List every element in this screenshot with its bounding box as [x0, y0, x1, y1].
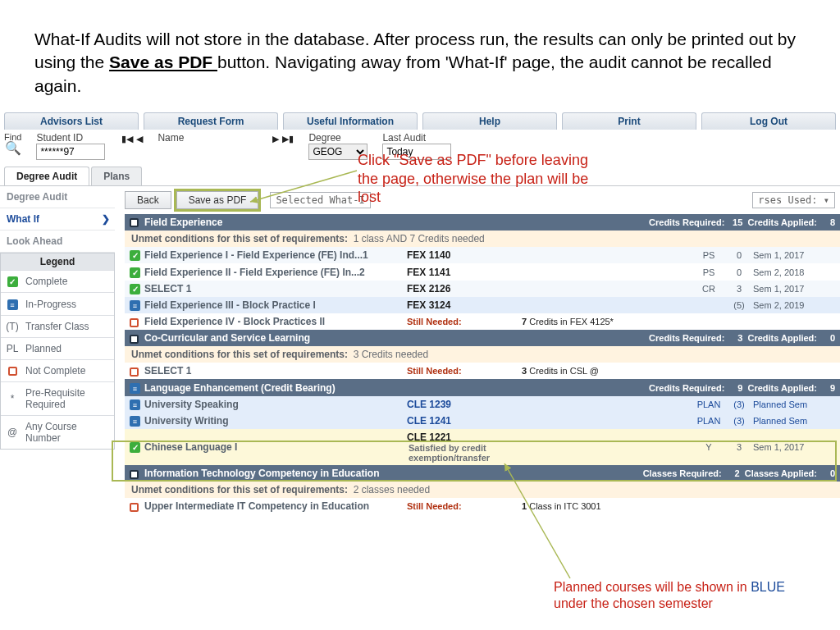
- requirement-row: University SpeakingCLE 1239PLAN(3)Planne…: [125, 396, 840, 413]
- legend-label: Complete: [25, 276, 67, 287]
- annotation-save-pdf: Click "Save as PDF" before leaving the p…: [358, 151, 596, 207]
- legend-icon: PL: [6, 343, 19, 354]
- legend-icon: *: [6, 393, 19, 404]
- first-record-icon[interactable]: ▮◀: [121, 134, 133, 144]
- nav-log-out[interactable]: Log Out: [701, 112, 836, 130]
- name-label: Name: [158, 132, 256, 144]
- selected-what-if-box: Selected What-I: [270, 192, 370, 208]
- block-header: Co-Curricular and Service LearningCredit…: [125, 330, 840, 346]
- student-id-label: Student ID: [36, 132, 105, 144]
- main-content: Back Save as PDF Selected What-I rses Us…: [115, 186, 840, 514]
- requirement-row: SELECT 1FEX 2126CR3Sem 1, 2017: [125, 281, 840, 297]
- block-header: Field ExperienceCredits Required:15 Cred…: [125, 214, 840, 231]
- unmet-conditions: Unmet conditions for this set of require…: [125, 482, 840, 498]
- courses-used-dropdown[interactable]: rses Used: ▾: [752, 192, 835, 208]
- legend-label: Transfer Class: [25, 321, 89, 332]
- legend-label: In-Progress: [25, 299, 76, 310]
- requirement-row: Upper Intermediate IT Competency in Educ…: [125, 498, 840, 514]
- unmet-conditions: Unmet conditions for this set of require…: [125, 346, 840, 363]
- record-nav: ▮◀ ◀: [121, 134, 143, 144]
- last-audit-label: Last Audit: [382, 132, 451, 144]
- side-menu: Degree Audit What If❯ Look Ahead: [0, 186, 115, 253]
- legend-row: (T)Transfer Class: [1, 315, 114, 337]
- legend-icon: [6, 276, 19, 287]
- legend-header: Legend: [1, 253, 114, 270]
- search-icon: 🔍: [5, 142, 21, 155]
- block-header: Language Enhancement (Credit Bearing)Cre…: [125, 379, 840, 395]
- last-record-icon[interactable]: ▶▮: [282, 134, 294, 144]
- tab-degree-audit[interactable]: Degree Audit: [4, 167, 89, 185]
- legend-row: @Any Course Number: [1, 415, 114, 449]
- unmet-conditions: Unmet conditions for this set of require…: [125, 231, 840, 247]
- instruction-text: What-If Audits will not store in the dat…: [0, 0, 840, 112]
- requirement-row: University WritingCLE 1241PLAN(3)Planned…: [125, 413, 840, 429]
- legend-icon: (T): [6, 321, 19, 332]
- requirement-row: Field Experience II - Field Experience (…: [125, 263, 840, 280]
- side-look-ahead[interactable]: Look Ahead: [0, 231, 115, 253]
- next-record-icon[interactable]: ▶: [272, 134, 279, 144]
- legend-label: Planned: [25, 343, 62, 354]
- legend-icon: [6, 298, 19, 309]
- requirement-row: SELECT 1Still Needed:3 Credits in CSL @: [125, 363, 840, 379]
- legend-row: PLPlanned: [1, 337, 114, 359]
- degree-label: Degree: [308, 132, 368, 144]
- legend-label: Pre-Requisite Required: [25, 387, 109, 410]
- nav-help[interactable]: Help: [422, 112, 557, 130]
- top-nav: Advisors List Request Form Useful Inform…: [0, 112, 840, 130]
- legend-label: Any Course Number: [25, 421, 109, 444]
- requirement-row: Field Experience I - Field Experience (F…: [125, 247, 840, 263]
- nav-advisors-list[interactable]: Advisors List: [4, 112, 139, 130]
- block-header: Information Technology Competency in Edu…: [125, 465, 840, 482]
- save-as-pdf-button[interactable]: Save as PDF: [176, 191, 259, 209]
- back-button[interactable]: Back: [125, 191, 171, 209]
- side-what-if[interactable]: What If❯: [0, 208, 115, 231]
- legend-row: In-Progress: [1, 292, 114, 314]
- nav-print[interactable]: Print: [562, 112, 696, 130]
- audit-body: Field ExperienceCredits Required:15 Cred…: [125, 214, 840, 514]
- nav-useful-information[interactable]: Useful Information: [283, 112, 418, 130]
- legend-icon: [6, 365, 19, 377]
- legend: Legend CompleteIn-Progress(T)Transfer Cl…: [0, 253, 115, 450]
- legend-row: *Pre-Requisite Required: [1, 381, 114, 415]
- find-button[interactable]: Find 🔍: [4, 132, 21, 155]
- nav-request-form[interactable]: Request Form: [144, 112, 278, 130]
- requirement-row: Field Experience III - Block Practice IF…: [125, 297, 840, 313]
- requirement-row: Field Experience IV - Block Practices II…: [125, 313, 840, 330]
- legend-row: Complete: [1, 270, 114, 292]
- legend-icon: @: [6, 427, 19, 438]
- legend-row: Not Complete: [1, 359, 114, 381]
- requirement-row: Chinese Language ICLE 1221Satisfied by c…: [125, 429, 840, 465]
- chevron-right-icon: ❯: [102, 213, 110, 225]
- prev-record-icon[interactable]: ◀: [136, 134, 143, 144]
- annotation-planned-blue: Planned courses will be shown in BLUE un…: [554, 579, 816, 612]
- student-id-input[interactable]: [36, 144, 105, 160]
- tab-plans[interactable]: Plans: [91, 167, 142, 185]
- record-nav-right: ▶ ▶▮: [272, 134, 294, 144]
- side-degree-audit[interactable]: Degree Audit: [0, 186, 115, 208]
- legend-label: Not Complete: [25, 365, 85, 377]
